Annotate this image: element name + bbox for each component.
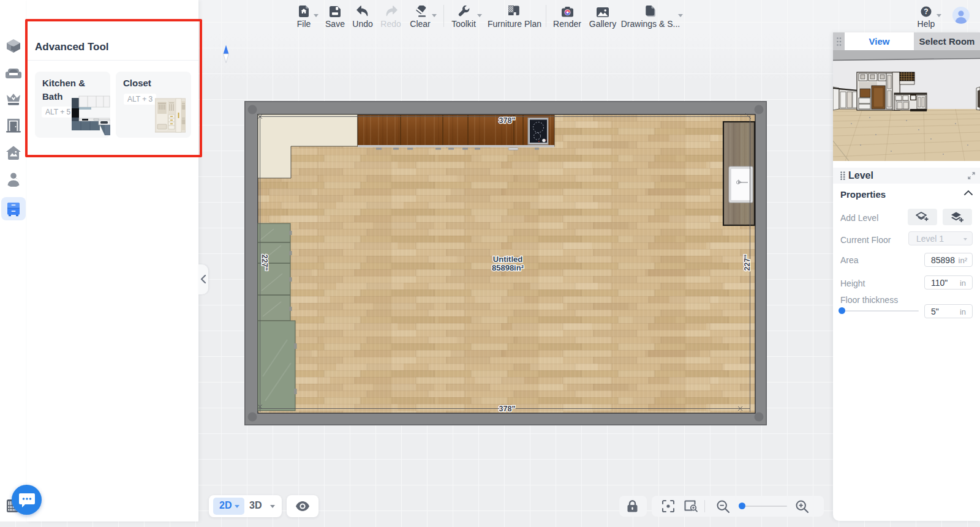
svg-text:85898in²: 85898in² — [492, 263, 524, 272]
svg-text:?: ? — [924, 7, 928, 16]
svg-text:378": 378" — [499, 405, 516, 413]
svg-text:378": 378" — [499, 116, 516, 125]
svg-text:227": 227" — [743, 255, 752, 271]
svg-text:227": 227" — [260, 255, 269, 271]
svg-text:Untitled: Untitled — [493, 255, 522, 264]
